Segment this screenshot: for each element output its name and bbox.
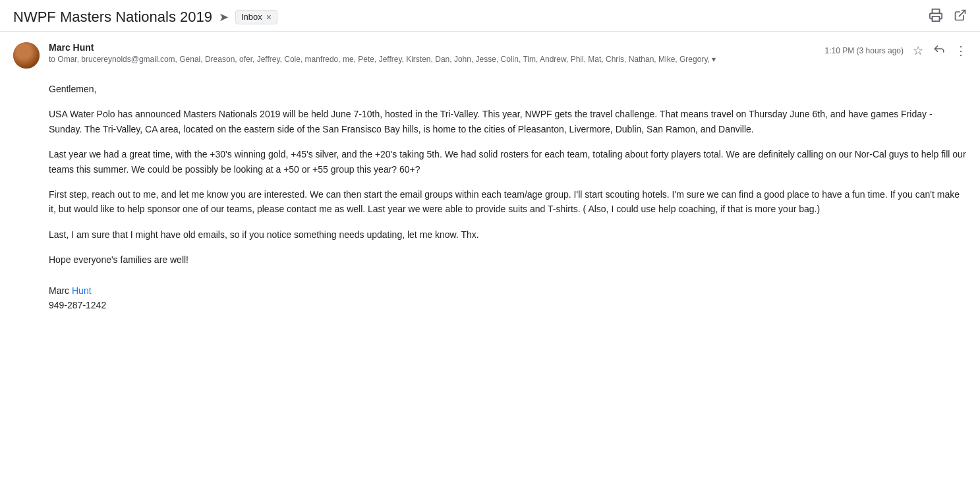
reply-icon[interactable] (933, 42, 946, 59)
popout-icon[interactable] (954, 9, 967, 25)
signature-name-line: Marc Hunt (49, 283, 967, 298)
recipients-text: to Omar, brucereynolds@gmail.com, Genai,… (49, 55, 710, 64)
inbox-close-button[interactable]: × (266, 12, 272, 22)
email-header-bar: NWPF Masters Nationals 2019 ➤ Inbox × (0, 0, 980, 32)
sender-meta: 1:10 PM (3 hours ago) ☆ ⋮ (825, 42, 967, 59)
star-icon[interactable]: ☆ (913, 43, 923, 58)
svg-rect-0 (933, 16, 940, 21)
subject-arrow-icon[interactable]: ➤ (219, 10, 229, 24)
sender-info: Marc Hunt to Omar, brucereynolds@gmail.c… (49, 42, 816, 65)
paragraph-4: Last, I am sure that I might have old em… (49, 227, 967, 242)
sender-name-row: Marc Hunt (49, 42, 816, 53)
signature-first-name: Marc (49, 285, 72, 296)
greeting: Gentlemen, (49, 82, 967, 96)
signature: Marc Hunt 949-287-1242 (49, 283, 967, 313)
signature-last-name[interactable]: Hunt (72, 285, 92, 296)
more-options-icon[interactable]: ⋮ (955, 43, 967, 58)
svg-line-1 (959, 11, 965, 16)
email-body: Marc Hunt to Omar, brucereynolds@gmail.c… (0, 32, 980, 326)
paragraph-2: Last year we had a great time, with the … (49, 147, 967, 177)
paragraph-1: USA Water Polo has announced Masters Nat… (49, 107, 967, 136)
header-actions (929, 8, 967, 26)
signature-phone: 949-287-1242 (49, 298, 967, 312)
inbox-tag: Inbox × (235, 10, 277, 24)
recipients-dropdown-icon[interactable]: ▾ (712, 55, 716, 64)
closing: Hope everyone's families are well! (49, 252, 967, 267)
sender-recipients: to Omar, brucereynolds@gmail.com, Genai,… (49, 54, 816, 65)
subject-text: NWPF Masters Nationals 2019 (13, 9, 212, 26)
sender-row: Marc Hunt to Omar, brucereynolds@gmail.c… (13, 42, 967, 69)
avatar (13, 42, 40, 69)
sender-name: Marc Hunt (49, 42, 94, 53)
email-subject: NWPF Masters Nationals 2019 ➤ Inbox × (13, 9, 277, 26)
send-time: 1:10 PM (3 hours ago) (825, 46, 904, 55)
inbox-label: Inbox (241, 12, 262, 22)
email-content: Gentlemen, USA Water Polo has announced … (49, 82, 967, 312)
print-icon[interactable] (929, 8, 943, 26)
paragraph-3: First step, reach out to me, and let me … (49, 187, 967, 217)
